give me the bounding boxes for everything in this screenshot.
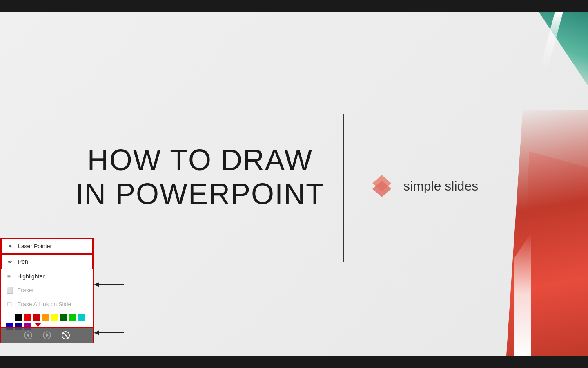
title-line1: HOW TO DRAW <box>87 144 313 176</box>
laser-pointer-icon: ✦ <box>7 242 14 250</box>
color-green[interactable] <box>69 314 76 321</box>
menu-item-eraser: ⬜ Eraser <box>1 283 93 297</box>
title-line2: IN POWERPOINT <box>76 177 325 210</box>
stop-drawing-button[interactable] <box>60 330 71 341</box>
decorative-right <box>506 12 588 356</box>
color-dark-green[interactable] <box>60 314 67 321</box>
menu-item-pen[interactable]: ✒ Pen <box>1 254 93 269</box>
control-bar <box>0 327 94 343</box>
eraser-label: Eraser <box>17 287 34 294</box>
erase-all-icon: ☐ <box>6 301 13 308</box>
deco-red-middle <box>523 151 588 315</box>
svg-line-7 <box>63 332 69 338</box>
svg-marker-3 <box>27 333 29 337</box>
divider-line <box>343 114 344 262</box>
deco-white-right <box>514 233 531 356</box>
slide-title-text: HOW TO DRAW IN POWERPOINT <box>74 143 327 211</box>
next-slide-button[interactable] <box>41 330 53 341</box>
pen-label: Pen <box>18 258 28 265</box>
svg-marker-12 <box>94 330 99 335</box>
logo-diamond-icon <box>368 172 396 200</box>
menu-pointer <box>35 323 41 327</box>
pen-icon: ✒ <box>7 258 14 265</box>
deco-white-strip <box>539 12 563 70</box>
slide-area: HOW TO DRAW IN POWERPOINT simple slides … <box>0 12 588 356</box>
color-dark-red[interactable] <box>33 314 40 321</box>
menu-item-laser-pointer[interactable]: ✦ Laser Pointer <box>1 238 93 254</box>
arrow-to-menu <box>92 278 125 292</box>
bottom-bar <box>0 356 588 368</box>
logo-area: simple slides <box>368 172 478 200</box>
menu-item-highlighter[interactable]: ✏ Highlighter <box>1 269 93 283</box>
logo-text: simple slides <box>403 179 478 194</box>
laser-pointer-label: Laser Pointer <box>18 243 52 249</box>
menu-item-erase-all: ☐ Erase All Ink on Slide <box>1 297 93 311</box>
prev-slide-button[interactable] <box>22 330 34 341</box>
eraser-icon: ⬜ <box>6 287 13 294</box>
top-bar <box>0 0 588 12</box>
svg-marker-5 <box>46 333 49 337</box>
color-red[interactable] <box>24 314 31 321</box>
deco-red-bottom <box>506 110 588 356</box>
highlighter-label: Highlighter <box>17 273 45 280</box>
svg-marker-10 <box>94 282 99 287</box>
color-white[interactable] <box>6 314 13 321</box>
color-black[interactable] <box>15 314 22 321</box>
color-teal[interactable] <box>78 314 85 321</box>
erase-all-label: Erase All Ink on Slide <box>17 301 71 307</box>
color-yellow[interactable] <box>51 314 58 321</box>
color-orange[interactable] <box>42 314 49 321</box>
arrow-to-control-bar <box>92 329 125 339</box>
highlighter-icon: ✏ <box>6 273 13 280</box>
slide-title: HOW TO DRAW IN POWERPOINT <box>74 143 327 211</box>
deco-teal-shape <box>539 12 588 86</box>
